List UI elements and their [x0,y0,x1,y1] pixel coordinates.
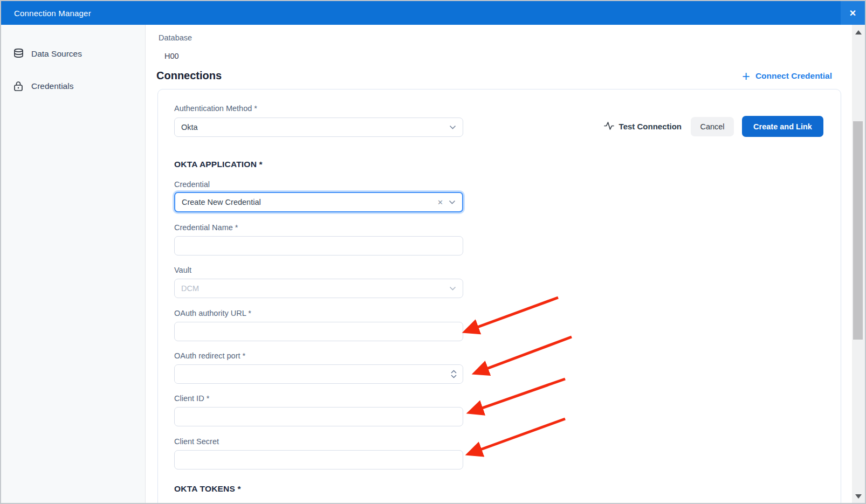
connection-manager-window: Connection Manager ✕ Data Sources [0,0,866,504]
oauth-redirect-port-label: OAuth redirect port * [174,351,245,360]
plus-icon: + [742,70,750,82]
pulse-icon [604,121,614,132]
cancel-button[interactable]: Cancel [691,117,734,136]
okta-tokens-heading: OKTA TOKENS * [174,484,241,494]
okta-application-heading: OKTA APPLICATION * [174,160,263,169]
chevron-up-icon [451,370,457,374]
scrollbar-thumb[interactable] [853,121,863,340]
chevron-down-icon [451,375,457,378]
sidebar-item-data-sources[interactable]: Data Sources [1,41,145,67]
credential-select[interactable]: Create New Credential ✕ [174,192,463,212]
chevron-down-icon [449,286,456,291]
database-context-label: Database [159,33,192,42]
sidebar-item-label: Data Sources [31,49,82,59]
titlebar: Connection Manager ✕ [1,1,865,25]
credential-name-label: Credential Name * [174,223,238,232]
credential-value: Create New Credential [182,198,437,206]
test-connection-label: Test Connection [619,122,682,131]
client-id-label: Client ID * [174,394,209,403]
oauth-authority-url-input[interactable] [174,322,463,341]
vertical-scrollbar [852,25,865,504]
sidebar-item-credentials[interactable]: Credentials [1,73,145,99]
oauth-authority-url-label: OAuth authority URL * [174,309,251,317]
credential-label: Credential [174,180,210,189]
form-actions: Test Connection Cancel Create and Link [604,116,823,137]
auth-method-value: Okta [181,123,449,132]
sidebar-item-label: Credentials [31,81,73,91]
client-secret-input[interactable] [174,450,463,470]
connection-form-card: Authentication Method * Okta Test Connec… [157,89,841,504]
clear-icon[interactable]: ✕ [437,198,443,206]
vault-select[interactable]: DCM [174,279,463,298]
lock-icon [13,81,24,92]
vault-label: Vault [174,266,191,274]
close-icon: ✕ [849,8,856,18]
chevron-down-icon [449,200,456,205]
scroll-up-icon[interactable] [855,30,862,34]
database-context-value: H00 [164,52,179,60]
number-stepper[interactable] [447,367,460,382]
page-title: Connections [156,70,222,82]
auth-method-label: Authentication Method * [174,104,257,113]
credential-name-input[interactable] [174,236,463,256]
sidebar: Data Sources Credentials [1,25,146,504]
vault-value: DCM [181,284,449,293]
test-connection-button[interactable]: Test Connection [604,121,682,132]
oauth-redirect-port-input[interactable] [175,365,463,383]
create-and-link-button[interactable]: Create and Link [742,116,823,137]
connect-credential-label: Connect Credential [755,71,832,81]
connect-credential-button[interactable]: + Connect Credential [742,70,832,82]
oauth-redirect-port-field [174,364,463,384]
auth-method-select[interactable]: Okta [174,118,463,137]
chevron-down-icon [449,125,456,130]
client-id-input[interactable] [174,407,463,426]
client-secret-label: Client Secret [174,437,219,446]
database-icon [13,49,24,59]
window-title: Connection Manager [1,9,91,18]
close-button[interactable]: ✕ [841,1,865,25]
scroll-down-icon[interactable] [855,494,862,499]
